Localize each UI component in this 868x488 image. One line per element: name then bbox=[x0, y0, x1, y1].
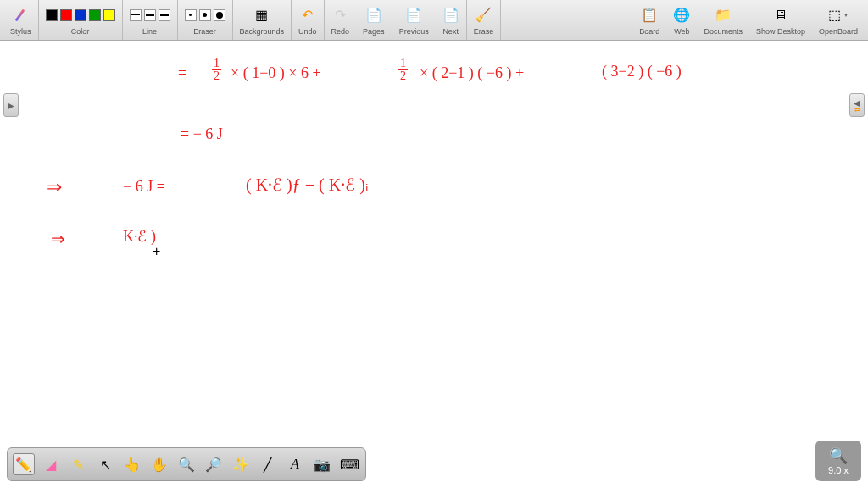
previous-label: Previous bbox=[399, 27, 429, 36]
color-blue[interactable] bbox=[75, 9, 86, 21]
hand-tool[interactable]: ✋ bbox=[148, 453, 170, 475]
erase-label: Erase bbox=[474, 27, 494, 36]
color-yellow[interactable] bbox=[103, 9, 115, 21]
stylus-group[interactable]: Stylus bbox=[3, 0, 39, 40]
left-panel-tab[interactable]: ▶ bbox=[3, 93, 19, 117]
hw-line1-p2: × ( 2−1 ) ( −6 ) + bbox=[420, 64, 524, 82]
color-black[interactable] bbox=[46, 9, 58, 21]
prev-page-icon: 📄 bbox=[405, 7, 422, 23]
showdesktop-label: Show Desktop bbox=[756, 27, 805, 36]
eraser-label: Eraser bbox=[193, 27, 216, 36]
line-icon: ╱ bbox=[264, 457, 272, 473]
right-panel-tab[interactable]: ◀ ⇄ bbox=[849, 93, 865, 117]
redo-label: Redo bbox=[331, 27, 350, 36]
add-page-icon: 📄 bbox=[365, 7, 382, 23]
undo-group[interactable]: ↶ Undo bbox=[292, 0, 325, 40]
line-thin[interactable] bbox=[130, 9, 142, 21]
redo-group[interactable]: ↷ Redo bbox=[325, 0, 357, 40]
zoom-indicator[interactable]: 🔍 9.0 x bbox=[815, 441, 861, 481]
line-tool[interactable]: ╱ bbox=[257, 453, 279, 475]
line-label: Line bbox=[142, 27, 157, 36]
eraser-tool[interactable]: ◢ bbox=[40, 453, 62, 475]
color-red[interactable] bbox=[60, 9, 72, 21]
globe-icon: 🌐 bbox=[673, 7, 690, 23]
erase-group[interactable]: 🧹 Erase bbox=[467, 0, 502, 40]
hw-line1-eq: = bbox=[178, 64, 186, 82]
desktop-icon: 🖥 bbox=[774, 8, 787, 23]
pen-tool[interactable]: ✏️ bbox=[13, 453, 35, 475]
whiteboard-canvas[interactable]: ▶ ◀ ⇄ = 12 × ( 1−0 ) × 6 + 12 × ( 2−1 ) … bbox=[0, 41, 868, 488]
line-thick[interactable] bbox=[159, 9, 170, 21]
board-label: Board bbox=[639, 27, 659, 36]
text-icon: A bbox=[291, 457, 299, 472]
openboard-label: OpenBoard bbox=[819, 27, 858, 36]
hw-line3-lhs: − 6 J = bbox=[123, 178, 165, 196]
openboard-group[interactable]: ⬚▾ OpenBoard bbox=[812, 0, 865, 40]
top-toolbar: Stylus Color Line Eraser ▦ Backgrounds bbox=[0, 0, 868, 41]
board-group[interactable]: 📋 Board bbox=[632, 0, 666, 40]
zoom-in-tool[interactable]: 🔍 bbox=[175, 453, 198, 475]
undo-label: Undo bbox=[298, 27, 317, 36]
line-medium[interactable] bbox=[144, 9, 156, 21]
hw-line4-arrow: ⇒ bbox=[51, 229, 65, 249]
capture-tool[interactable]: 📷 bbox=[311, 453, 333, 475]
text-tool[interactable]: A bbox=[284, 453, 306, 475]
web-group[interactable]: 🌐 Web bbox=[666, 0, 697, 40]
color-green[interactable] bbox=[89, 9, 101, 21]
interact-tool[interactable]: 👆 bbox=[121, 453, 143, 475]
hw-frac2: 12 bbox=[398, 58, 408, 82]
keyboard-icon: ⌨ bbox=[340, 457, 359, 473]
folder-icon: 📁 bbox=[715, 7, 732, 23]
eraser-tool-icon: ◢ bbox=[46, 457, 56, 473]
pages-group[interactable]: 📄 Pages bbox=[356, 0, 392, 40]
eraser-large[interactable] bbox=[214, 9, 225, 21]
stylus-icon bbox=[12, 7, 29, 24]
documents-label: Documents bbox=[704, 27, 743, 36]
hw-line3-arrow: ⇒ bbox=[47, 176, 62, 198]
pointer-icon: ↖ bbox=[100, 457, 111, 473]
laser-tool[interactable]: ✨ bbox=[230, 453, 252, 475]
pointer-tool[interactable]: ↖ bbox=[94, 453, 116, 475]
grid-icon: ▦ bbox=[255, 7, 268, 23]
web-label: Web bbox=[674, 27, 689, 36]
previous-group[interactable]: 📄 Previous bbox=[392, 0, 436, 40]
hand-icon: ✋ bbox=[151, 457, 168, 473]
hand-point-icon: 👆 bbox=[124, 457, 141, 473]
laser-icon: ✨ bbox=[232, 457, 249, 473]
line-group[interactable]: Line bbox=[123, 0, 178, 40]
hw-line3-rhs: ( K·ℰ )ƒ − ( K·ℰ )ᵢ bbox=[246, 175, 369, 195]
bottom-toolbar: ✏️ ◢ ✎ ↖ 👆 ✋ 🔍 🔎 ✨ ╱ A 📷 ⌨ bbox=[7, 447, 366, 481]
capture-icon: 📷 bbox=[314, 457, 331, 473]
hw-line4: K·ℰ ) bbox=[123, 227, 156, 246]
highlighter-tool[interactable]: ✎ bbox=[67, 453, 89, 475]
next-group[interactable]: 📄 Next bbox=[436, 0, 467, 40]
redo-icon: ↷ bbox=[335, 7, 346, 23]
backgrounds-label: Backgrounds bbox=[240, 27, 285, 36]
stylus-label: Stylus bbox=[10, 27, 31, 36]
backgrounds-group[interactable]: ▦ Backgrounds bbox=[233, 0, 292, 40]
color-label: Color bbox=[71, 27, 90, 36]
zoom-in-icon: 🔍 bbox=[178, 457, 195, 473]
undo-icon: ↶ bbox=[302, 7, 313, 23]
zoom-out-icon: 🔎 bbox=[205, 457, 222, 473]
zoom-level: 9.0 x bbox=[828, 465, 849, 475]
hw-line1-p1: × ( 1−0 ) × 6 + bbox=[231, 64, 321, 82]
pen-icon: ✏️ bbox=[15, 457, 32, 473]
hw-frac1: 12 bbox=[212, 58, 221, 82]
color-group[interactable]: Color bbox=[39, 0, 123, 40]
zoom-out-tool[interactable]: 🔎 bbox=[203, 453, 225, 475]
chevron-down-icon: ▾ bbox=[844, 11, 848, 19]
magnifier-icon: 🔍 bbox=[829, 446, 848, 465]
hw-line2: = − 6 J bbox=[181, 125, 223, 143]
board-icon: 📋 bbox=[641, 7, 658, 23]
erase-icon: 🧹 bbox=[475, 7, 492, 23]
showdesktop-group[interactable]: 🖥 Show Desktop bbox=[749, 0, 812, 40]
highlighter-icon: ✎ bbox=[73, 457, 84, 473]
eraser-group[interactable]: Eraser bbox=[178, 0, 233, 40]
app-icon: ⬚ bbox=[828, 7, 841, 23]
documents-group[interactable]: 📁 Documents bbox=[697, 0, 749, 40]
eraser-small[interactable] bbox=[185, 9, 197, 21]
cursor-crosshair: + bbox=[153, 244, 160, 259]
keyboard-tool[interactable]: ⌨ bbox=[338, 453, 360, 475]
eraser-medium[interactable] bbox=[199, 9, 211, 21]
